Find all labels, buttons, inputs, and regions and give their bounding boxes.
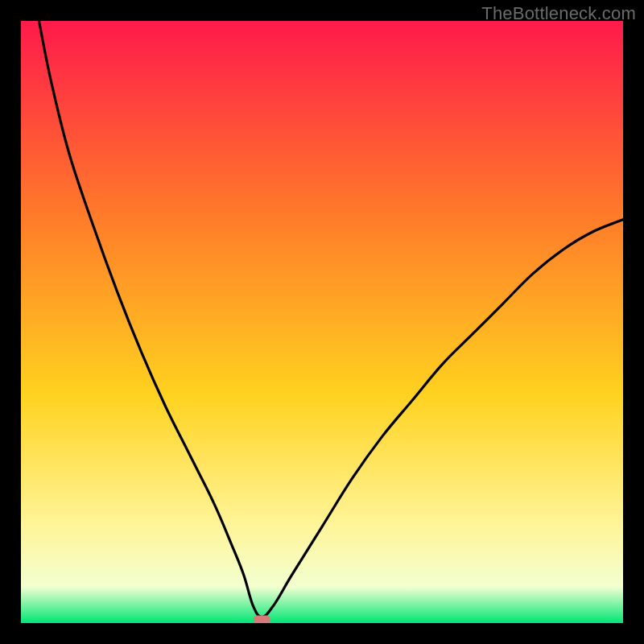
plot-area xyxy=(21,21,623,623)
chart-frame: TheBottleneck.com xyxy=(0,0,644,644)
minimum-marker xyxy=(254,616,270,623)
gradient-background xyxy=(21,21,623,623)
bottleneck-chart xyxy=(21,21,623,623)
